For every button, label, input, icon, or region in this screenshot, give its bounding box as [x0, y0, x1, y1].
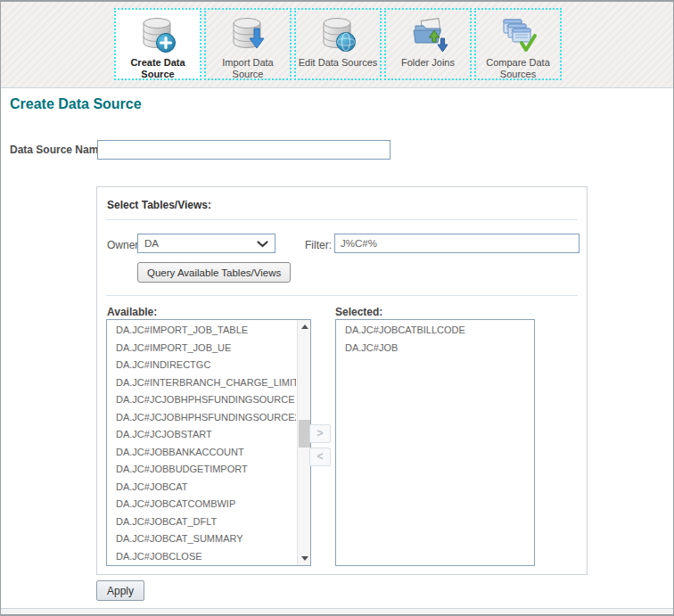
database-import-icon: [226, 15, 269, 54]
toolbar-button-create-data-source[interactable]: Create Data Source: [114, 8, 201, 80]
list-item[interactable]: DA.JC#JOBCAT: [107, 479, 296, 497]
scrollbar[interactable]: [297, 320, 310, 565]
page-title: Create Data Source: [10, 96, 142, 112]
query-available-tables-button[interactable]: Query Available Tables/Views: [137, 262, 291, 283]
data-source-name-input[interactable]: [97, 140, 390, 160]
list-item[interactable]: DA.JC#JOBBUDGETIMPORT: [107, 461, 296, 479]
toolbar-button-label: Folder Joins: [387, 57, 469, 69]
list-item[interactable]: DA.JC#JOBCATBILLCODE: [336, 322, 534, 340]
list-item[interactable]: DA.JC#JCJOBHPHSFUNDINGSOURCE: [107, 391, 296, 409]
list-item[interactable]: DA.JC#JCJOBHPHSFUNDINGSOURCE2: [107, 409, 296, 427]
toolbar-button-compare-data-sources[interactable]: Compare Data Sources: [474, 8, 562, 80]
triangle-down-icon: [301, 556, 308, 561]
apply-button[interactable]: Apply: [96, 580, 144, 601]
select-tables-views-panel: Select Tables/Views: Owner: DA Filter: Q…: [96, 186, 588, 575]
list-item[interactable]: DA.JC#JOBCATCOMBWIP: [107, 496, 296, 513]
owner-selected-value: DA: [144, 238, 257, 249]
toolbar-button-folder-joins[interactable]: Folder Joins: [384, 8, 472, 80]
footer-bar: [1, 608, 673, 614]
available-label: Available:: [107, 306, 157, 318]
toolbar-button-label: Edit Data Sources: [297, 57, 379, 69]
move-to-selected-button[interactable]: >: [309, 424, 331, 443]
owner-select[interactable]: DA: [137, 234, 275, 253]
list-item[interactable]: DA.JC#IMPORT_JOB_TABLE: [107, 322, 296, 340]
list-item[interactable]: DA.JC#INTERBRANCH_CHARGE_LIMIT: [107, 374, 296, 392]
create-data-source-page: Create Data Source: [0, 0, 674, 616]
database-globe-icon: [316, 15, 359, 54]
list-item[interactable]: DA.JC#JOBCAT_SUMMARY: [107, 530, 296, 548]
list-item[interactable]: DA.JC#INDIRECTGC: [107, 357, 296, 374]
toolbar: Create Data Source: [1, 2, 673, 88]
list-item[interactable]: DA.JC#JOBBANKACCOUNT: [107, 444, 296, 462]
selected-list: DA.JC#JOBCATBILLCODEDA.JC#JOB: [336, 322, 534, 357]
divider: [106, 295, 578, 296]
compare-windows-icon: [497, 15, 539, 54]
owner-label: Owner:: [107, 239, 142, 251]
list-item[interactable]: DA.JC#IMPORT_JOB_UE: [107, 340, 296, 357]
available-listbox[interactable]: DA.JC#IMPORT_JOB_TABLEDA.JC#IMPORT_JOB_U…: [106, 319, 311, 566]
data-source-name-label: Data Source Name:: [10, 144, 108, 156]
toolbar-button-label: Create Data Source: [117, 57, 199, 79]
triangle-up-icon: [301, 324, 308, 329]
available-list: DA.JC#IMPORT_JOB_TABLEDA.JC#IMPORT_JOB_U…: [107, 322, 296, 565]
toolbar-button-import-data-source[interactable]: Import Data Source: [204, 8, 292, 80]
selected-label: Selected:: [335, 306, 382, 318]
list-item[interactable]: DA.JC#JOBCAT_DFLT: [107, 513, 296, 531]
panel-title: Select Tables/Views:: [107, 199, 211, 211]
scrollbar-down-button[interactable]: [298, 552, 311, 565]
list-item[interactable]: DA.JC#JOBCLOSE: [107, 548, 296, 566]
toolbar-button-label: Compare Data Sources: [477, 57, 559, 79]
filter-label: Filter:: [305, 239, 332, 251]
toolbar-button-edit-data-sources[interactable]: Edit Data Sources: [294, 8, 382, 80]
chevron-down-icon: [257, 235, 268, 251]
move-to-available-button[interactable]: <: [309, 448, 331, 466]
filter-input[interactable]: [334, 234, 579, 253]
list-item[interactable]: DA.JC#JOB: [336, 340, 534, 357]
folder-joins-icon: [407, 15, 449, 54]
toolbar-button-label: Import Data Source: [207, 57, 289, 79]
divider: [106, 219, 578, 220]
database-add-icon: [136, 15, 179, 54]
selected-listbox[interactable]: DA.JC#JOBCATBILLCODEDA.JC#JOB: [335, 319, 535, 566]
scrollbar-up-button[interactable]: [298, 320, 311, 333]
list-item[interactable]: DA.JC#JCJOBSTART: [107, 426, 296, 444]
